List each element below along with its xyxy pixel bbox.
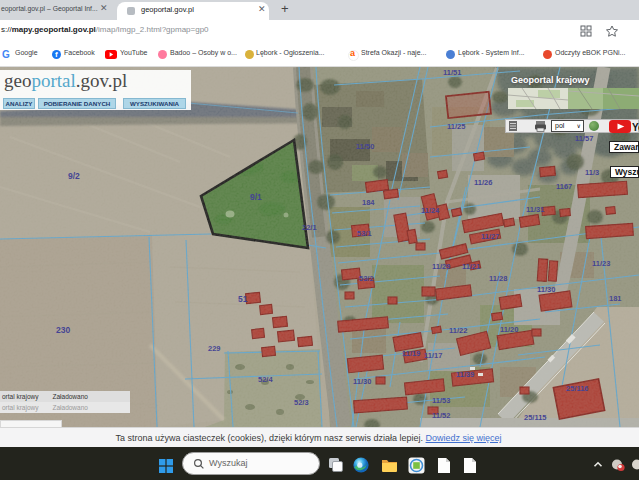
svg-text:G: G	[2, 49, 10, 60]
svg-text:You: You	[632, 122, 639, 133]
